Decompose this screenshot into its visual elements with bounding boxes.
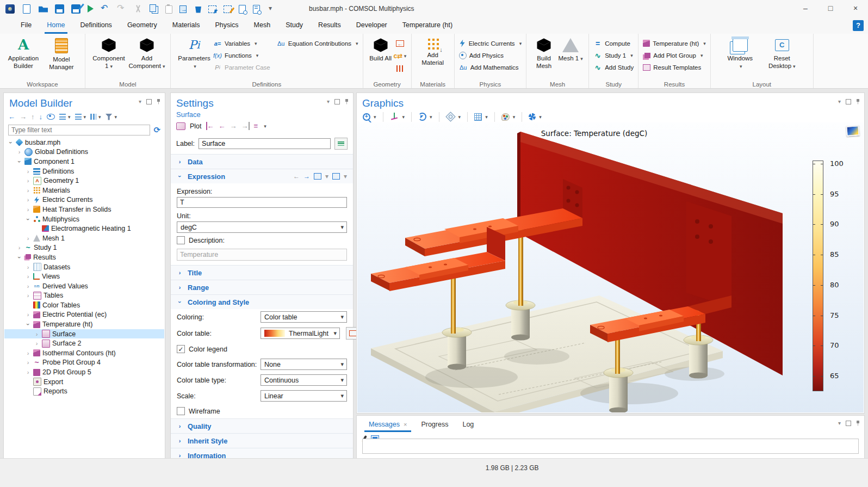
filter-icon[interactable] — [106, 114, 113, 120]
section-data[interactable]: ›Data — [171, 154, 353, 169]
menu-tab-results[interactable]: Results — [311, 17, 349, 34]
columns-icon[interactable] — [90, 114, 96, 120]
tree-item-surface[interactable]: ›Surface — [4, 329, 164, 339]
windows-button[interactable]: Windows▾ — [724, 36, 757, 70]
color-table-type-combobox[interactable]: Continuous — [261, 374, 347, 386]
tree-item-export[interactable]: Export — [4, 377, 164, 387]
tree-expander[interactable]: › — [8, 139, 14, 145]
select-box-icon[interactable] — [208, 5, 216, 13]
tree-expander[interactable]: › — [25, 196, 31, 203]
variables-button[interactable]: a=Variables▾ — [213, 38, 270, 48]
add-component-button[interactable]: Add Component▾ — [128, 36, 166, 70]
study-1-button[interactable]: ∿Study 1▾ — [593, 50, 634, 60]
chevron-down-icon[interactable]: ▾ — [264, 124, 266, 129]
menu-tab-geometry[interactable]: Geometry — [120, 17, 165, 34]
menu-tab-home[interactable]: Home — [39, 17, 72, 34]
tree-expander[interactable]: › — [25, 359, 31, 366]
last-plot-icon[interactable]: → — [241, 122, 250, 130]
tree-expander[interactable]: › — [25, 216, 32, 222]
pin-panel-icon[interactable] — [157, 99, 160, 104]
add-study-button[interactable]: ∿Add Study — [593, 62, 634, 72]
maximize-button[interactable]: □ — [818, 0, 843, 17]
menu-tab-study[interactable]: Study — [278, 17, 311, 34]
parameter-case-button[interactable]: PiParameter Case — [213, 62, 270, 72]
tree-expander[interactable]: › — [25, 292, 31, 299]
replace-expression-icon[interactable] — [332, 173, 340, 180]
menu-tab-developer[interactable]: Developer — [349, 17, 395, 34]
float-panel-icon[interactable] — [846, 99, 851, 104]
build-mesh-button[interactable]: Build Mesh — [531, 36, 557, 70]
tree-expander[interactable]: › — [16, 244, 22, 251]
open-icon[interactable] — [39, 4, 48, 14]
tree-expander[interactable]: › — [25, 177, 31, 184]
tree-item-isothermal-contours-ht-[interactable]: ›Isothermal Contours (ht) — [4, 348, 164, 358]
plot-button[interactable]: Plot — [190, 122, 202, 130]
help-button[interactable]: ? — [853, 20, 864, 31]
application-builder-button[interactable]: A Application Builder — [4, 36, 42, 70]
coloring-combobox[interactable]: Color table — [261, 311, 347, 323]
tree-item-color-tables[interactable]: Color Tables — [4, 300, 164, 310]
tree-expander[interactable]: › — [16, 158, 23, 164]
expand-icon[interactable] — [59, 114, 66, 120]
refresh-icon[interactable]: ⟳ — [153, 125, 160, 135]
clear-selection-icon[interactable] — [224, 5, 232, 13]
messages-tab-progress[interactable]: Progress — [416, 418, 454, 432]
tree-expander[interactable]: › — [25, 273, 31, 280]
menu-tab-physics[interactable]: Physics — [207, 17, 246, 34]
tree-item-derived-values[interactable]: ›Derived Values — [4, 281, 164, 291]
float-panel-icon[interactable] — [846, 421, 851, 426]
chevron-down-icon[interactable]: ▾ — [98, 114, 101, 120]
label-input[interactable] — [199, 138, 331, 149]
section-inherit-style[interactable]: ›Inherit Style — [171, 433, 353, 448]
tree-filter-input[interactable] — [8, 125, 150, 135]
section-range[interactable]: ›Range — [171, 280, 353, 294]
tree-expander[interactable]: › — [25, 206, 31, 213]
more-icon[interactable] — [267, 4, 276, 14]
new-icon[interactable] — [23, 4, 30, 14]
description-checkbox[interactable] — [177, 236, 185, 244]
axis-button[interactable]: ▾ — [388, 112, 407, 122]
tree-expander[interactable]: › — [25, 187, 31, 194]
chevron-down-icon[interactable]: ▾ — [344, 172, 347, 180]
delete-icon[interactable] — [195, 7, 201, 13]
tree-item-study-1[interactable]: ›Study 1 — [4, 243, 164, 253]
transformation-combobox[interactable]: None — [261, 359, 347, 370]
insert-expression-icon[interactable] — [314, 173, 321, 180]
section-coloring-style[interactable]: ›Coloring and Style — [171, 294, 353, 309]
panel-menu-icon[interactable]: ▾ — [838, 420, 841, 426]
back-icon[interactable]: ← — [8, 113, 15, 121]
show-icon[interactable] — [47, 114, 55, 120]
messages-output[interactable] — [362, 439, 859, 454]
menu-tab-temperature-ht-[interactable]: Temperature (ht) — [395, 17, 460, 34]
messages-tab-log[interactable]: Log — [457, 418, 479, 432]
float-panel-icon[interactable] — [334, 99, 340, 104]
zoom-button[interactable]: ▾ — [361, 113, 378, 121]
chevron-down-icon[interactable]: ▾ — [325, 172, 328, 180]
busbar-3d-model[interactable] — [357, 122, 864, 412]
next-plot-icon[interactable]: → — [230, 122, 237, 130]
tree-expander[interactable]: › — [34, 340, 40, 347]
result-templates-button[interactable]: Result Templates — [643, 62, 706, 72]
menu-tab-file[interactable]: File — [13, 17, 39, 34]
parameters-button[interactable]: Pi Parameters▾ — [175, 36, 213, 70]
tree-item-tables[interactable]: ›Tables — [4, 291, 164, 301]
add-plot-group-button[interactable]: Add Plot Group▾ — [643, 50, 706, 60]
tree-item-materials[interactable]: ›Materials — [4, 186, 164, 195]
pin-panel-icon[interactable] — [856, 99, 860, 104]
panel-menu-icon[interactable]: ▾ — [327, 98, 330, 104]
tree-item-temperature-ht-[interactable]: ›Temperature (ht) — [4, 319, 164, 329]
compute-button[interactable]: =Compute — [593, 38, 634, 48]
collapse-icon[interactable] — [75, 114, 82, 120]
panel-menu-icon[interactable]: ▾ — [139, 98, 141, 104]
messages-tab-messages[interactable]: Messages× — [363, 418, 412, 432]
rotate-button[interactable]: ▾ — [417, 112, 434, 121]
save-icon[interactable] — [55, 4, 64, 14]
tree-item-multiphysics[interactable]: ›Multiphysics — [4, 214, 164, 224]
snapshot-button[interactable]: ▾ — [527, 113, 543, 121]
tree-item-global-definitions[interactable]: ›Global Definitions — [4, 147, 164, 157]
tree-expander[interactable]: › — [16, 149, 22, 155]
tree-item-definitions[interactable]: ›Definitions — [4, 167, 164, 176]
panel-menu-icon[interactable]: ▾ — [838, 98, 841, 104]
pin-panel-icon[interactable] — [856, 421, 860, 426]
tree-item-views[interactable]: ›Views — [4, 272, 164, 281]
